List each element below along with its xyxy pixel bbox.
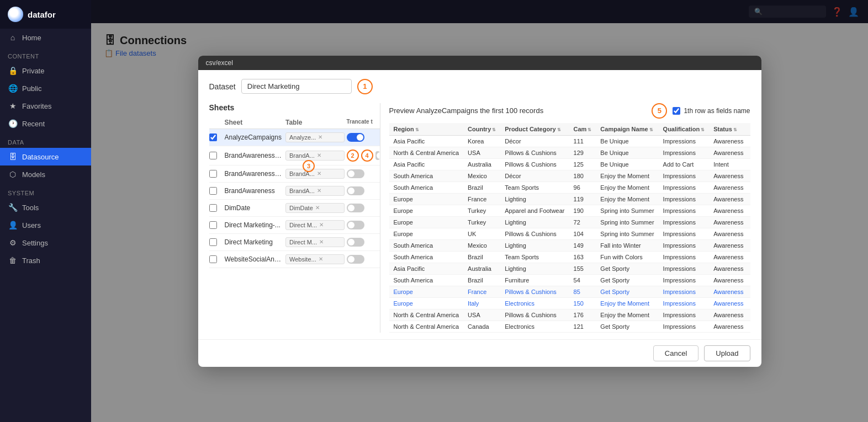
sheet-row: Direct MarketingDirect M...✕ [209,234,380,251]
table-row: Asia PacificKoreaDécor111Be UniqueImpres… [389,135,750,147]
sheet-toggle[interactable] [347,255,364,264]
sheet-name: DimDate [225,204,284,212]
table-remove-icon[interactable]: ✕ [319,256,323,262]
sidebar-item-models[interactable]: ⬡ Models [0,165,91,183]
table-row: EuropeUKPillows & Cushions104Spring into… [389,228,750,239]
upload-button[interactable]: Upload [704,345,750,361]
sheet-toggle[interactable] [347,169,364,178]
sheet-checkbox[interactable] [209,221,217,229]
sidebar-item-recent[interactable]: 🕐 Recent [0,115,91,132]
sidebar-item-label: Private [22,67,44,75]
table-row: EuropeFranceLighting119Enjoy the MomentI… [389,193,750,205]
modal-panels: Sheets Sheet Table Trancate t AnalyzeCam… [209,103,750,333]
preview-col-header: Qu⇅ [748,123,750,136]
sidebar-section-system: System [0,183,91,199]
sheet-row: DimDateDimDate✕ [209,200,380,217]
sheet-toggle[interactable] [347,221,364,229]
table-row: EuropeTurkeyApparel and Footwear190Sprin… [389,205,750,216]
table-row: North & Central AmericaCanadaElectronics… [389,320,750,332]
sidebar-item-home[interactable]: ⌂ Home [0,29,91,46]
table-remove-icon[interactable]: ✕ [319,222,324,228]
lock-icon: 🔒 [8,66,18,75]
first-row-checkbox[interactable] [673,107,680,115]
dataset-input[interactable] [241,79,352,94]
app-logo [8,7,23,22]
table-remove-icon[interactable]: ✕ [319,239,324,245]
step-5-badge: 5 [652,103,667,119]
table-row: EuropeTurkeyLighting72Spring into Summer… [389,216,750,228]
sidebar-section-data: Data [0,132,91,148]
sheet-checkbox[interactable] [209,152,217,159]
sheet-row: Direct Marketing-...Direct M...✕ [209,217,380,234]
table-remove-icon[interactable]: ✕ [317,188,321,194]
sheet-checkbox[interactable] [209,238,217,246]
sidebar-item-tools[interactable]: 🔧 Tools [0,199,91,216]
sheet-checkbox[interactable] [209,133,217,141]
modal-overlay: csv/excel Dataset 1 Sheets Sheet [91,0,868,422]
modal-body: Dataset 1 Sheets Sheet Table Trancate t [198,70,761,339]
dataset-label: Dataset [209,82,236,91]
table-remove-icon[interactable]: ✕ [317,152,321,158]
table-remove-icon[interactable]: ✕ [318,134,322,140]
main-area: ❓ 👤 🗄 Connections 📋 File datasets csv/ex… [91,0,868,422]
sidebar-item-datasource[interactable]: 🗄 Datasource [0,148,91,165]
sheet-row: BrandAwarenessBrandA...✕ [209,183,380,200]
table-row: North & Central AmericaUSAPillows & Cush… [389,147,750,158]
sheet-toggle[interactable] [347,186,364,195]
table-name-input[interactable]: Direct M...✕ [285,237,345,247]
preview-panel: Preview AnalyzeCampaigns the first 100 r… [380,103,750,333]
table-name-input[interactable]: BrandA...✕3 [285,151,345,161]
table-name-input[interactable]: BrandA...✕ [285,169,345,179]
sidebar-item-favorites[interactable]: ★ Favorites [0,97,91,115]
preview-col-header: Product Category⇅ [500,123,569,136]
sidebar-item-trash[interactable]: 🗑 Trash [0,252,91,269]
sidebar-item-label: Datasource [22,153,59,161]
sidebar-item-users[interactable]: 👤 Users [0,216,91,234]
sheet-checkbox[interactable] [209,255,217,263]
sidebar-item-label: Home [22,34,41,42]
sheet-checkbox[interactable] [209,170,217,178]
sidebar-item-private[interactable]: 🔒 Private [0,62,91,79]
preview-col-header: Cam⇅ [569,123,596,136]
table-name-input[interactable]: Direct M...✕ [285,220,345,230]
sidebar: datafor ⌂ Home Content 🔒 Private 🌐 Publi… [0,0,91,422]
sidebar-header: datafor [0,0,91,29]
table-remove-icon[interactable]: ✕ [315,205,320,211]
gear-icon: ⚙ [8,238,18,247]
table-name-input[interactable]: Analyze...✕ [285,132,345,142]
preview-col-header: Status⇅ [709,123,748,136]
table-row: Asia PacificAustraliaLighting155Get Spor… [389,263,750,274]
sheet-checkbox[interactable] [209,204,217,212]
col-table: Table [285,119,345,126]
step-3-badge: 3 [303,160,315,172]
sheet-name: Direct Marketing [225,238,284,246]
sidebar-item-label: Models [22,170,45,179]
table-remove-icon[interactable]: ✕ [317,170,321,177]
sheets-panel: Sheets Sheet Table Trancate t AnalyzeCam… [209,103,380,333]
table-row: EuropeFrancePillows & Cushions85Get Spor… [389,286,750,297]
sheet-toggle[interactable] [347,204,364,212]
database-icon: 🗄 [8,152,18,161]
sidebar-item-public[interactable]: 🌐 Public [0,79,91,97]
sidebar-item-label: Settings [22,239,48,247]
sheet-toggle[interactable] [347,133,364,142]
table-row: South AmericaMexicoLighting149Fall into … [389,239,750,251]
sheet-toggle[interactable] [375,151,380,160]
table-name-input[interactable]: BrandA...✕ [285,186,345,196]
table-row: North & Central AmericaUSAPillows & Cush… [389,309,750,320]
sheet-name: Direct Marketing-... [225,221,284,229]
sheet-toggle[interactable] [347,238,364,247]
sheets-rows: AnalyzeCampaignsAnalyze...✕BrandAwarenes… [209,129,380,268]
col-truncate: Trancate t [347,119,380,126]
step-1-badge: 1 [357,79,373,94]
sidebar-item-settings[interactable]: ⚙ Settings [0,234,91,252]
table-row: South AmericaMexicoDécor180Enjoy the Mom… [389,170,750,181]
table-name-input[interactable]: DimDate✕ [285,203,345,213]
sheets-table-header: Sheet Table Trancate t [209,116,380,129]
sheet-checkbox[interactable] [209,187,217,195]
cancel-button[interactable]: Cancel [653,345,698,361]
table-name-input[interactable]: Website...✕ [285,254,345,264]
trash-icon: 🗑 [8,256,18,265]
app-brand: datafor [28,10,56,19]
preview-header: Preview AnalyzeCampaigns the first 100 r… [389,103,750,119]
